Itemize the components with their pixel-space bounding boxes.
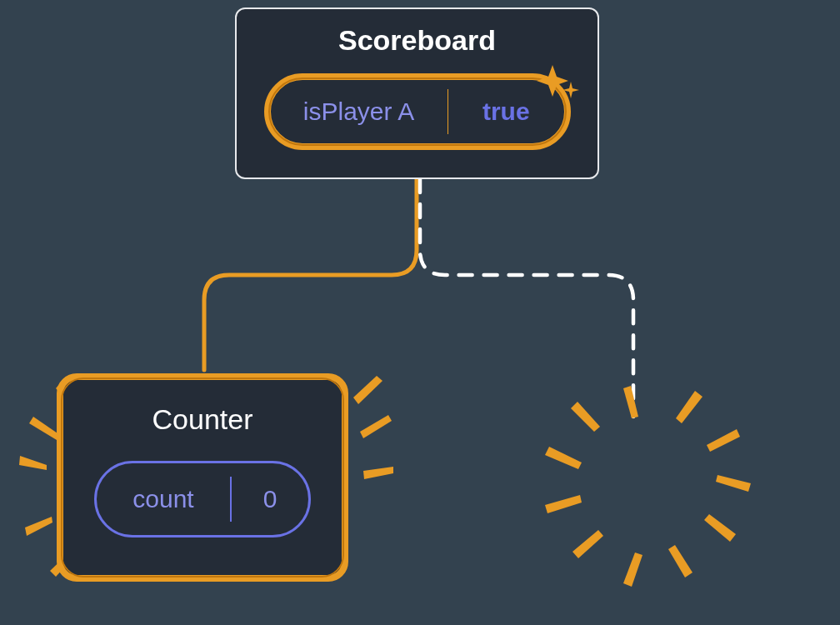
scoreboard-state-name: isPlayer A xyxy=(271,98,448,126)
svg-marker-3 xyxy=(25,517,52,536)
counter-title: Counter xyxy=(152,403,253,436)
sparkle-icon xyxy=(531,62,581,112)
svg-marker-13 xyxy=(623,552,642,587)
svg-marker-17 xyxy=(707,429,740,452)
scoreboard-state-pill: isPlayer A true xyxy=(264,73,571,150)
svg-marker-14 xyxy=(668,545,692,578)
svg-marker-18 xyxy=(676,391,702,423)
svg-marker-10 xyxy=(545,447,582,469)
scoreboard-title: Scoreboard xyxy=(338,24,496,57)
counter-state-value: 0 xyxy=(232,485,308,513)
diagram-canvas: Scoreboard isPlayer A true Counter count… xyxy=(0,0,840,625)
svg-marker-1 xyxy=(29,417,60,440)
svg-marker-9 xyxy=(571,402,600,432)
svg-marker-5 xyxy=(353,376,382,404)
svg-marker-8 xyxy=(623,386,638,418)
svg-marker-0 xyxy=(19,456,47,470)
svg-marker-12 xyxy=(572,530,603,558)
counter-state-pill: count 0 xyxy=(94,461,311,538)
counter-state-name: count xyxy=(97,485,230,513)
svg-marker-7 xyxy=(363,467,393,479)
burst-right xyxy=(545,386,751,587)
connector-left-solid xyxy=(204,179,417,370)
svg-marker-6 xyxy=(360,415,392,438)
svg-marker-16 xyxy=(716,475,751,492)
connector-right-dashed xyxy=(420,179,633,417)
svg-marker-11 xyxy=(545,495,582,513)
scoreboard-node: Scoreboard isPlayer A true xyxy=(235,8,599,179)
counter-node: Counter count 0 xyxy=(57,373,348,582)
svg-marker-15 xyxy=(704,514,736,542)
